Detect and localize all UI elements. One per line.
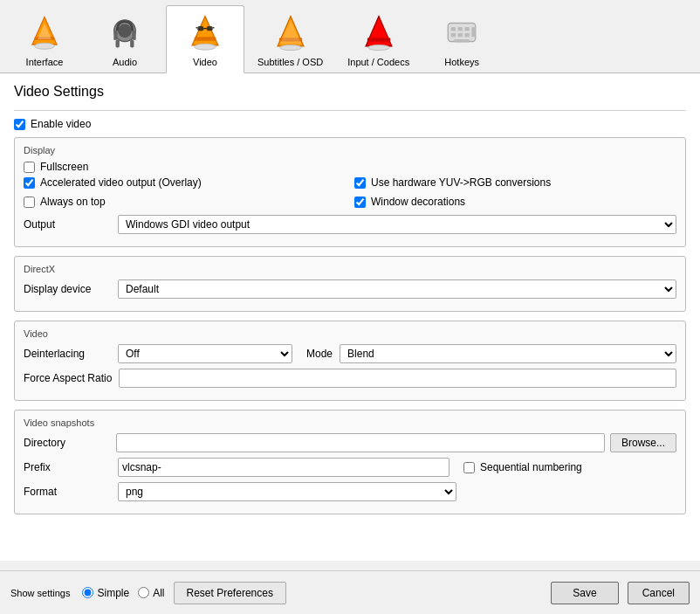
enable-video-label: Enable video — [31, 118, 91, 130]
simple-radio[interactable] — [82, 587, 93, 598]
prefix-label: Prefix — [24, 461, 111, 473]
display-section: Display Fullscreen Accelerated video out… — [14, 137, 686, 247]
display-two-col: Accelerated video output (Overlay) Use h… — [24, 176, 676, 211]
svg-rect-33 — [454, 39, 470, 43]
reset-preferences-button[interactable]: Reset Preferences — [174, 582, 286, 604]
enable-video-row: Enable video — [14, 118, 686, 130]
display-section-title: Display — [24, 145, 676, 155]
window-decorations-label: Window decorations — [371, 196, 465, 208]
use-hardware-row: Use hardware YUV->RGB conversions — [354, 176, 676, 189]
svg-rect-28 — [465, 27, 470, 31]
directx-section-title: DirectX — [24, 264, 676, 274]
window-decorations-checkbox[interactable] — [354, 197, 366, 208]
svg-rect-27 — [458, 27, 463, 31]
accelerated-row: Accelerated video output (Overlay) — [24, 176, 346, 189]
browse-button[interactable]: Browse... — [610, 433, 676, 452]
fullscreen-row: Fullscreen — [24, 161, 676, 173]
cancel-button[interactable]: Cancel — [628, 582, 690, 604]
all-radio-row: All — [138, 587, 164, 599]
tab-bar: Interface Audio — [0, 0, 700, 73]
prefix-input[interactable] — [118, 458, 450, 477]
tab-input[interactable]: Input / Codecs — [336, 5, 421, 72]
enable-video-checkbox[interactable] — [14, 119, 25, 130]
hotkeys-icon — [441, 11, 483, 53]
accelerated-checkbox[interactable] — [24, 177, 35, 189]
simple-radio-row: Simple — [82, 587, 129, 599]
tab-audio-label: Audio — [113, 57, 137, 67]
input-icon — [358, 11, 400, 53]
directory-row: Directory Browse... — [24, 433, 676, 452]
fullscreen-label: Fullscreen — [40, 161, 88, 173]
svg-marker-22 — [366, 17, 392, 46]
always-on-top-row: Always on top — [24, 196, 346, 208]
tab-interface-label: Interface — [26, 57, 64, 67]
svg-rect-29 — [451, 33, 456, 37]
directx-section: DirectX Display device Default — [14, 256, 686, 312]
snapshots-section-title: Video snapshots — [24, 417, 676, 428]
use-hardware-label: Use hardware YUV->RGB conversions — [371, 176, 551, 189]
svg-point-24 — [367, 45, 389, 50]
force-aspect-row: Force Aspect Ratio — [24, 369, 676, 388]
title-divider — [14, 110, 686, 111]
svg-rect-26 — [451, 27, 456, 31]
tab-hotkeys[interactable]: Hotkeys — [422, 5, 501, 72]
prefix-row: Prefix Sequential numbering — [24, 458, 676, 477]
deinterlacing-label: Deinterlacing — [24, 348, 111, 360]
accelerated-label: Accelerated video output (Overlay) — [40, 176, 202, 189]
fullscreen-checkbox[interactable] — [24, 162, 35, 173]
snapshots-section: Video snapshots Directory Browse... Pref… — [14, 410, 686, 514]
svg-rect-11 — [195, 37, 216, 40]
simple-radio-label: Simple — [97, 587, 129, 599]
bottom-bar: Show settings Simple All Reset Preferenc… — [0, 570, 700, 614]
always-on-top-label: Always on top — [40, 196, 106, 208]
sequential-row: Sequential numbering — [463, 461, 582, 473]
tab-input-label: Input / Codecs — [347, 57, 409, 67]
video-section: Video Deinterlacing Off On Auto Mode Ble… — [14, 321, 686, 401]
force-aspect-input[interactable] — [119, 369, 676, 388]
page-title: Video Settings — [14, 84, 686, 100]
use-hardware-checkbox[interactable] — [354, 177, 366, 189]
interface-icon — [24, 11, 65, 53]
audio-icon — [104, 11, 146, 53]
mode-select[interactable]: Blend Bob Discard Linear — [340, 344, 676, 363]
display-device-label: Display device — [24, 283, 111, 295]
display-device-select[interactable]: Default — [118, 279, 676, 299]
sequential-label: Sequential numbering — [480, 461, 582, 473]
radio-group: Simple All — [82, 587, 164, 599]
deinterlacing-select[interactable]: Off On Auto — [118, 344, 292, 363]
svg-point-6 — [118, 24, 132, 38]
tab-subtitles[interactable]: Subtitles / OSD — [246, 5, 334, 72]
tab-subtitles-label: Subtitles / OSD — [257, 57, 323, 67]
svg-point-20 — [279, 45, 301, 50]
svg-marker-21 — [279, 20, 301, 44]
tab-interface[interactable]: Interface — [5, 5, 84, 72]
main-content: Video Settings Enable video Display Full… — [0, 73, 700, 561]
deinterlacing-row: Deinterlacing Off On Auto Mode Blend Bob… — [24, 344, 676, 363]
all-radio-label: All — [153, 587, 164, 599]
output-label: Output — [24, 218, 111, 231]
force-aspect-label: Force Aspect Ratio — [24, 372, 112, 384]
svg-rect-32 — [472, 27, 476, 37]
all-radio[interactable] — [138, 587, 149, 598]
format-select[interactable]: png jpg tiff — [118, 482, 456, 501]
output-row: Output Windows GDI video output — [24, 215, 676, 234]
directory-input[interactable] — [116, 433, 605, 452]
svg-rect-7 — [116, 40, 120, 48]
svg-rect-30 — [458, 33, 463, 37]
svg-point-3 — [35, 43, 55, 49]
tab-video[interactable]: Video — [166, 5, 244, 73]
subtitles-icon — [270, 11, 312, 53]
save-button[interactable]: Save — [551, 582, 618, 604]
svg-point-12 — [195, 44, 216, 50]
video-section-title: Video — [24, 328, 676, 339]
tab-audio[interactable]: Audio — [86, 5, 164, 72]
output-select[interactable]: Windows GDI video output — [118, 215, 676, 234]
svg-rect-31 — [465, 33, 470, 37]
svg-rect-8 — [130, 40, 134, 48]
format-label: Format — [24, 486, 111, 498]
sequential-checkbox[interactable] — [463, 462, 475, 473]
tab-video-label: Video — [193, 57, 217, 67]
format-row: Format png jpg tiff — [24, 482, 676, 501]
svg-rect-23 — [367, 38, 390, 41]
always-on-top-checkbox[interactable] — [24, 197, 35, 208]
